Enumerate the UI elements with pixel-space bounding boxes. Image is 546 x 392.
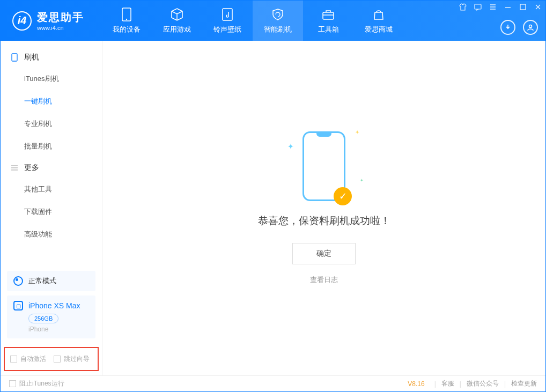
sidebar-item-advanced[interactable]: 高级功能 — [1, 223, 102, 246]
success-message: 恭喜您，保资料刷机成功啦！ — [258, 214, 390, 228]
logo-area: i4 爱思助手 www.i4.cn — [1, 10, 96, 31]
footer-link-support[interactable]: 客服 — [441, 379, 454, 388]
checkbox-icon — [54, 356, 61, 363]
tab-label: 应用游戏 — [163, 25, 191, 34]
sidebar-item-batch-flash[interactable]: 批量刷机 — [1, 135, 102, 158]
device-capacity: 256GB — [28, 314, 58, 323]
footer: 阻止iTunes运行 V8.16 | 客服 | 微信公众号 | 检查更新 — [1, 375, 545, 391]
sidebar-group-flash[interactable]: 刷机 — [1, 47, 102, 68]
svg-rect-5 — [520, 4, 526, 10]
checkbox-icon — [9, 380, 16, 387]
maximize-button[interactable] — [519, 3, 527, 11]
brand-title: 爱思助手 — [37, 10, 84, 25]
list-icon — [10, 164, 19, 172]
tab-toolbox[interactable]: 工具箱 — [303, 1, 353, 41]
device-icon: ▢ — [13, 301, 23, 310]
device-name: iPhone XS Max — [28, 301, 80, 310]
device-icon — [120, 8, 134, 21]
sparkle-icon: ✦ — [360, 178, 364, 183]
tab-label: 工具箱 — [318, 25, 339, 34]
cube-icon — [170, 8, 184, 21]
tab-label: 智能刷机 — [264, 25, 292, 34]
mode-icon — [13, 276, 23, 286]
svg-rect-7 — [12, 54, 17, 61]
footer-link-update[interactable]: 检查更新 — [511, 379, 537, 388]
tab-label: 爱思商城 — [365, 25, 393, 34]
phone-icon — [10, 53, 19, 62]
svg-rect-2 — [223, 9, 232, 20]
mode-label: 正常模式 — [28, 276, 56, 286]
close-button[interactable] — [534, 3, 542, 11]
sidebar-scroll: 刷机 iTunes刷机 一键刷机 专业刷机 批量刷机 更多 其他工具 下载固件 … — [1, 41, 102, 267]
tab-my-device[interactable]: 我的设备 — [101, 1, 152, 41]
footer-link-wechat[interactable]: 微信公众号 — [467, 379, 499, 388]
sidebar-group-more[interactable]: 更多 — [1, 158, 102, 178]
header-right-buttons — [500, 20, 538, 35]
group-title: 更多 — [24, 163, 39, 173]
view-log-link[interactable]: 查看日志 — [310, 275, 338, 285]
sidebar: 刷机 iTunes刷机 一键刷机 专业刷机 批量刷机 更多 其他工具 下载固件 … — [1, 41, 102, 375]
bag-icon — [372, 8, 386, 21]
sidebar-item-pro-flash[interactable]: 专业刷机 — [1, 113, 102, 135]
sidebar-item-itunes-flash[interactable]: iTunes刷机 — [1, 68, 102, 90]
sidebar-item-oneclick-flash[interactable]: 一键刷机 — [1, 90, 102, 113]
logo-text: 爱思助手 www.i4.cn — [37, 10, 84, 31]
sparkle-icon: ✦ — [355, 129, 359, 135]
main-content: ✦ ✦ ✦ ✓ 恭喜您，保资料刷机成功啦！ 确定 查看日志 — [102, 41, 545, 375]
feedback-icon[interactable] — [474, 3, 482, 11]
brand-subtitle: www.i4.cn — [37, 25, 84, 31]
svg-rect-3 — [323, 12, 334, 19]
tab-label: 我的设备 — [113, 25, 141, 34]
device-type: iPhone — [28, 326, 89, 333]
download-button[interactable] — [500, 20, 515, 35]
svg-rect-4 — [475, 4, 481, 9]
menu-icon[interactable] — [489, 3, 497, 11]
checkbox-label: 跳过向导 — [64, 354, 90, 364]
sidebar-device[interactable]: ▢ iPhone XS Max 256GB iPhone — [7, 295, 95, 338]
checkbox-skip-guide[interactable]: 跳过向导 — [54, 354, 90, 364]
confirm-button[interactable]: 确定 — [292, 243, 356, 264]
checkbox-auto-activate[interactable]: 自动激活 — [10, 354, 46, 364]
minimize-button[interactable] — [504, 3, 512, 11]
logo-icon: i4 — [12, 11, 32, 31]
tab-apps[interactable]: 应用游戏 — [152, 1, 202, 41]
checkbox-label: 阻止iTunes运行 — [19, 379, 64, 388]
refresh-shield-icon — [271, 8, 285, 21]
footer-left: 阻止iTunes运行 — [9, 379, 64, 388]
tab-flash[interactable]: 智能刷机 — [253, 1, 303, 41]
success-illustration: ✦ ✦ ✦ ✓ — [302, 131, 345, 201]
sparkle-icon: ✦ — [287, 142, 294, 151]
header: i4 爱思助手 www.i4.cn 我的设备 应用游戏 铃声壁纸 智能刷机 — [1, 1, 545, 41]
header-tabs: 我的设备 应用游戏 铃声壁纸 智能刷机 工具箱 爱思商城 — [101, 1, 404, 41]
toolbox-icon — [321, 8, 335, 21]
window-controls — [459, 3, 542, 11]
user-button[interactable] — [523, 20, 538, 35]
music-file-icon — [220, 8, 234, 21]
version-label: V8.16 — [408, 380, 424, 388]
group-title: 刷机 — [24, 53, 39, 62]
svg-point-1 — [126, 18, 127, 19]
shirt-icon[interactable] — [459, 3, 467, 11]
tab-ringtones[interactable]: 铃声壁纸 — [202, 1, 253, 41]
sidebar-item-download-firmware[interactable]: 下载固件 — [1, 201, 102, 223]
sidebar-mode[interactable]: 正常模式 — [7, 271, 95, 291]
sidebar-checks-highlight: 自动激活 跳过向导 — [4, 347, 99, 371]
svg-point-6 — [529, 25, 532, 28]
tab-label: 铃声壁纸 — [213, 25, 241, 34]
footer-right: V8.16 | 客服 | 微信公众号 | 检查更新 — [408, 379, 537, 388]
app-window: i4 爱思助手 www.i4.cn 我的设备 应用游戏 铃声壁纸 智能刷机 — [0, 0, 546, 392]
checkbox-label: 自动激活 — [20, 354, 46, 364]
checkbox-icon — [10, 356, 17, 363]
tab-store[interactable]: 爱思商城 — [353, 1, 404, 41]
success-check-icon: ✓ — [334, 187, 352, 205]
checkbox-block-itunes[interactable]: 阻止iTunes运行 — [9, 379, 64, 388]
sidebar-item-other-tools[interactable]: 其他工具 — [1, 178, 102, 201]
body: 刷机 iTunes刷机 一键刷机 专业刷机 批量刷机 更多 其他工具 下载固件 … — [1, 41, 545, 375]
